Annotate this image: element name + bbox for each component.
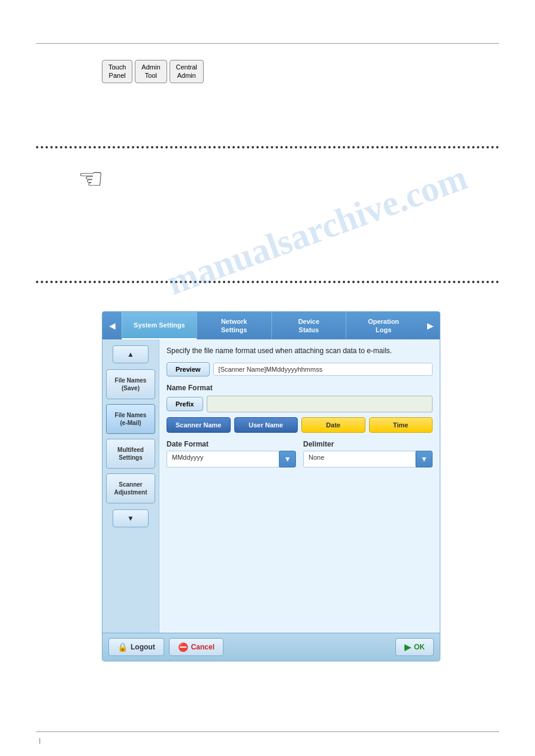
tab-admin-tool[interactable]: AdminTool [135, 60, 167, 83]
tab-system-settings[interactable]: System Settings [122, 312, 197, 339]
user-name-button[interactable]: User Name [234, 417, 298, 433]
logout-icon: 🔒 [117, 642, 128, 652]
preview-value: [Scanner Name]MMddyyyyhhmmss [213, 363, 433, 376]
sidebar-up-arrow[interactable]: ▲ [113, 345, 149, 363]
ok-icon: ▶ [404, 642, 411, 652]
date-format-dropdown[interactable]: ▼ [279, 451, 296, 467]
cancel-button[interactable]: ⛔ Cancel [169, 638, 223, 656]
time-button[interactable]: Time [369, 417, 433, 433]
main-ui-panel: ◀ System Settings NetworkSettings Device… [102, 311, 440, 661]
description-text: Specify the file name format used when a… [167, 345, 433, 356]
panel-content: ▲ File Names(Save) File Names(e-Mail) Mu… [102, 339, 440, 633]
sidebar-down-arrow[interactable]: ▼ [113, 509, 149, 527]
page-number: | [39, 737, 41, 744]
tab-next-arrow[interactable]: ▶ [421, 312, 440, 339]
main-content-area: Specify the file name format used when a… [159, 339, 440, 633]
sidebar-btn-scanner-adjustment[interactable]: ScannerAdjustment [106, 473, 155, 503]
tab-central-admin[interactable]: CentralAdmin [170, 60, 204, 83]
sidebar-btn-file-names-save[interactable]: File Names(Save) [106, 369, 155, 399]
sidebar-btn-file-names-email[interactable]: File Names(e-Mail) [106, 404, 155, 434]
preview-row: Preview [Scanner Name]MMddyyyyhhmmss [167, 362, 433, 377]
tab-device-status[interactable]: DeviceStatus [271, 312, 346, 339]
preview-button[interactable]: Preview [167, 362, 210, 377]
delimiter-dropdown[interactable]: ▼ [416, 451, 433, 467]
delimiter-value: None [303, 451, 416, 467]
date-format-label: Date Format [167, 440, 296, 448]
dotted-divider-top [36, 145, 499, 149]
scanner-name-button[interactable]: Scanner Name [167, 417, 231, 433]
date-format-select-row: MMddyyyy ▼ [167, 451, 296, 467]
bottom-section: Date Format MMddyyyy ▼ Delimiter None ▼ [167, 440, 433, 467]
tab-touch-panel[interactable]: TouchPanel [102, 60, 132, 83]
ok-button[interactable]: ▶ OK [395, 638, 434, 656]
date-format-group: Date Format MMddyyyy ▼ [167, 440, 296, 467]
nav-tabs: TouchPanel AdminTool CentralAdmin [102, 60, 204, 83]
cancel-icon: ⛔ [178, 642, 188, 652]
bottom-rule [36, 731, 499, 732]
tab-network-settings[interactable]: NetworkSettings [197, 312, 271, 339]
sidebar-btn-multifeed-settings[interactable]: MultifeedSettings [106, 439, 155, 469]
delimiter-label: Delimiter [303, 440, 433, 448]
date-format-value: MMddyyyy [167, 451, 279, 467]
format-buttons-row: Scanner Name User Name Date Time [167, 417, 433, 433]
top-rule [36, 43, 499, 44]
dotted-divider-bottom [36, 280, 499, 284]
logout-button[interactable]: 🔒 Logout [108, 638, 164, 656]
name-format-label: Name Format [167, 384, 433, 392]
tab-operation-logs[interactable]: OperationLogs [346, 312, 421, 339]
hand-pointer-icon: ☞ [78, 162, 104, 195]
delimiter-group: Delimiter None ▼ [303, 440, 433, 467]
name-format-row: Prefix [167, 396, 433, 412]
action-bar: 🔒 Logout ⛔ Cancel ▶ OK [102, 633, 440, 661]
prefix-button[interactable]: Prefix [167, 397, 203, 411]
delimiter-select-row: None ▼ [303, 451, 433, 467]
prefix-input[interactable] [207, 396, 433, 412]
tab-bar: ◀ System Settings NetworkSettings Device… [102, 312, 440, 339]
date-button[interactable]: Date [301, 417, 365, 433]
tab-prev-arrow[interactable]: ◀ [102, 312, 122, 339]
left-sidebar: ▲ File Names(Save) File Names(e-Mail) Mu… [102, 339, 159, 633]
